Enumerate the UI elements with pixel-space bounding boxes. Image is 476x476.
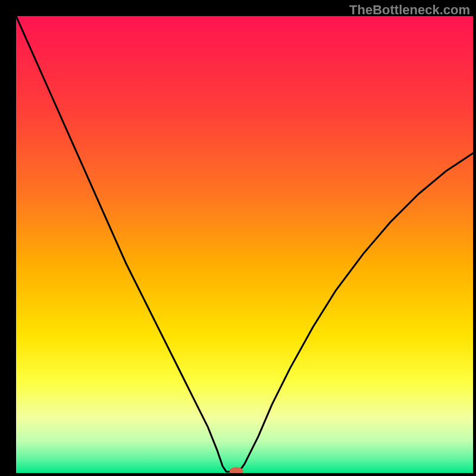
chart-background — [16, 16, 473, 473]
chart-svg — [16, 16, 473, 473]
bottleneck-chart — [16, 16, 473, 473]
attribution-text: TheBottleneck.com — [349, 2, 470, 18]
